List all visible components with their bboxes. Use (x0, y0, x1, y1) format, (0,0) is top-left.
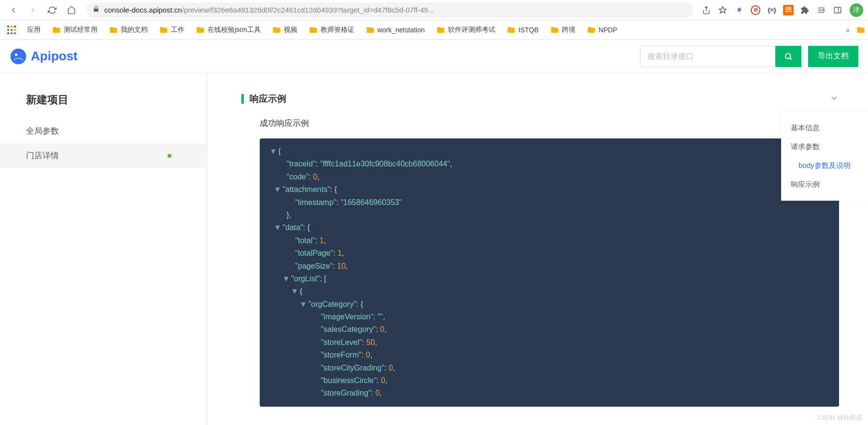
code-line: "traceId": "ffffc1ad11e30fc908bc40cb6800… (269, 158, 829, 170)
bookmark-item[interactable]: 软件评测师考试 (432, 24, 500, 36)
code-line: ▼ "orgList": [ (269, 273, 829, 285)
code-line: "businessCircle": 0, (269, 374, 829, 387)
svg-rect-8 (7, 29, 9, 31)
code-line: ▼ "data": { (269, 221, 829, 234)
toggle-icon[interactable]: ▼ (274, 183, 280, 196)
logo-text: Apipost (31, 49, 78, 64)
export-button[interactable]: 导出文档 (808, 46, 858, 67)
back-button[interactable] (5, 1, 22, 19)
code-line: "totalPage": 1, (269, 247, 829, 260)
svg-rect-11 (7, 32, 9, 34)
toc-item[interactable]: 请求参数 (781, 137, 868, 156)
bookmark-item[interactable]: 工作 (154, 24, 189, 36)
app-header: Apipost 导出文档 (0, 40, 868, 73)
code-line: "timestamp": "1658646960353" (269, 196, 829, 209)
svg-point-16 (785, 54, 791, 59)
svg-rect-9 (11, 29, 13, 31)
bookmark-item[interactable]: 我的文档 (104, 24, 153, 36)
toc-item[interactable]: 基本信息 (781, 119, 868, 137)
toggle-icon[interactable]: ▼ (299, 298, 306, 311)
svg-rect-3 (834, 7, 841, 13)
code-line: ▼ "orgCategory": { (269, 298, 829, 311)
app-logo[interactable]: Apipost (10, 48, 78, 65)
code-line: "salesCategory": 0, (269, 323, 829, 336)
search-button[interactable] (775, 46, 801, 67)
svg-rect-13 (14, 32, 16, 34)
status-dot-icon (168, 154, 171, 158)
extensions-icon[interactable] (798, 3, 812, 17)
bookmark-item[interactable]: 测试经常用 (47, 24, 102, 36)
svg-rect-12 (11, 32, 13, 34)
svg-rect-6 (11, 26, 13, 27)
bookmarks-bar: 应用 测试经常用我的文档工作在线校验json工具视频教师资格证work_nets… (0, 20, 868, 40)
subsection-title: 成功响应示例 (241, 118, 839, 129)
toc-panel: 基本信息请求参数body参数及说明响应示例 (781, 112, 868, 201)
toggle-icon[interactable]: ▼ (282, 273, 289, 285)
sidebar: 新建项目 全局参数门店详情 (0, 73, 208, 425)
svg-rect-5 (7, 26, 9, 27)
search-box (640, 46, 801, 67)
sidebar-item[interactable]: 门店详情 (0, 143, 207, 168)
ext-icon-2[interactable]: ⊘ (748, 3, 763, 17)
ext-icon-4[interactable]: 凹 (781, 3, 796, 17)
svg-rect-7 (14, 26, 16, 27)
address-bar[interactable]: console-docs.apipost.cn/preview/f326e6a4… (86, 2, 693, 18)
url-text: console-docs.apipost.cn/preview/f326e6a4… (104, 6, 434, 14)
section-title: 响应示例 (241, 93, 286, 105)
sidepanel-icon[interactable] (830, 3, 845, 17)
content-area: 响应示例 成功响应示例 ▼ { "traceId": "ffffc1ad11e3… (208, 73, 868, 425)
toggle-icon[interactable]: ▼ (291, 285, 297, 298)
folder-icon[interactable] (856, 26, 865, 34)
bookmark-item[interactable]: 在线校验json工具 (191, 24, 266, 36)
bookmark-apps[interactable]: 应用 (22, 24, 45, 36)
code-line: "pageSize": 10, (269, 260, 829, 273)
chevron-down-icon[interactable] (829, 93, 839, 105)
ext-icon-1[interactable]: ✳ (732, 3, 746, 17)
share-icon[interactable] (699, 3, 714, 17)
profile-avatar[interactable]: 洋 (850, 3, 863, 17)
code-block[interactable]: ▼ { "traceId": "ffffc1ad11e30fc908bc40cb… (260, 138, 839, 407)
logo-icon (10, 48, 27, 65)
bookmark-item[interactable]: 教师资格证 (304, 24, 359, 36)
section-bar-icon (241, 94, 244, 104)
bookmark-item[interactable]: NPDP (582, 24, 622, 36)
bookmark-item[interactable]: work_netstation (361, 24, 430, 36)
sidebar-title: 新建项目 (0, 93, 207, 119)
code-line: "storeForm": 0, (269, 349, 829, 361)
code-line: "total": 1, (269, 234, 829, 247)
search-icon (784, 52, 793, 61)
code-line: ▼ { (269, 285, 829, 298)
code-line: ▼ { (269, 145, 829, 158)
reading-list-icon[interactable] (814, 3, 828, 17)
app-body: 新建项目 全局参数门店详情 响应示例 成功响应示例 ▼ { "traceId":… (0, 73, 868, 425)
code-line: "code": 0, (269, 171, 829, 183)
bookmark-item[interactable]: 跨境 (546, 24, 580, 36)
forward-button[interactable] (24, 1, 42, 19)
home-button[interactable] (63, 1, 80, 19)
bookmarks-more[interactable]: » (841, 24, 854, 36)
search-input[interactable] (640, 46, 775, 67)
ext-icon-3[interactable]: {≡} (765, 3, 779, 17)
svg-line-17 (790, 58, 792, 60)
code-line: "storeCityGrading": 0, (269, 362, 829, 374)
code-line: "imageVersion": "", (269, 311, 829, 323)
bookmark-item[interactable]: ISTQB (502, 24, 544, 36)
toggle-icon[interactable]: ▼ (274, 221, 280, 234)
watermark: CSDN @杜雨成 (817, 413, 862, 422)
star-icon[interactable] (715, 3, 730, 17)
reload-button[interactable] (43, 1, 61, 19)
svg-point-15 (15, 53, 17, 55)
code-line: ▼ "attachments": { (269, 183, 829, 196)
lock-icon (93, 6, 99, 14)
code-line: "storeLevel": 50, (269, 336, 829, 349)
sidebar-item[interactable]: 全局参数 (0, 119, 207, 143)
code-line: "storeGrading": 0, (269, 387, 829, 399)
toggle-icon[interactable]: ▼ (269, 145, 276, 158)
svg-point-14 (11, 48, 26, 64)
toc-item[interactable]: body参数及说明 (781, 156, 868, 175)
svg-rect-10 (14, 29, 16, 31)
browser-toolbar: console-docs.apipost.cn/preview/f326e6a4… (0, 0, 868, 20)
apps-icon[interactable] (3, 21, 20, 39)
bookmark-item[interactable]: 视频 (267, 24, 302, 36)
toc-item[interactable]: 响应示例 (781, 175, 868, 194)
